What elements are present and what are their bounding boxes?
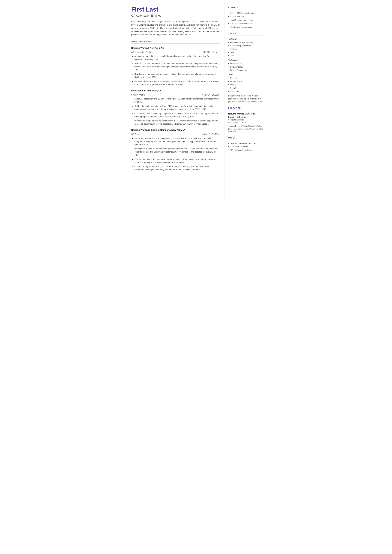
list-item: github.com/resumeworded — [228, 26, 264, 28]
promo-prefix: Don't forget to use — [228, 95, 244, 97]
list-item: Mentored 14 team members on automation f… — [131, 62, 220, 71]
skills-technical-list: Atlassian Suite (Advanced) Confluence (E… — [228, 41, 264, 57]
list-item: Conducted regression testing on 10 new f… — [131, 165, 220, 171]
skills-tools-label: Tools: — [228, 73, 264, 76]
education-section: EDUCATION Resume Worded University Bache… — [228, 107, 264, 133]
edu-awards: Awards: Resume Worded Teaching Fellow (o… — [228, 125, 264, 133]
list-item: Cucumber — [228, 90, 264, 93]
list-item: API Testing with Postman. — [228, 149, 264, 151]
list-item: Developed an automation framework in Pyt… — [131, 72, 220, 79]
list-item: Ensured that over 3.1K tests were perfor… — [131, 158, 220, 164]
list-item: Confluence (Experienced) — [228, 44, 264, 47]
other-list: Selenium WebDriver Certification. Cucumb… — [228, 142, 264, 151]
job-3-header: Resume Worded's Exciting Company, New Yo… — [131, 128, 220, 136]
skills-tools-list: TestLink ISO/TS 16949 AutoCAD TestNG Cuc… — [228, 77, 264, 93]
edu-school: Resume Worded University — [228, 112, 264, 115]
list-item: JIRA — [228, 54, 264, 57]
job-2-header: Growthsi, San Francisco, CA System Analy… — [131, 89, 220, 97]
list-item: AutoCAD — [228, 83, 264, 86]
job-1-role: QA Automation Engineer — [131, 51, 154, 54]
list-item: linkedin.com/in/username — [228, 22, 264, 25]
job-3-company: Resume Worded's Exciting Company, New Yo… — [131, 128, 186, 132]
list-item: Cucumber & Gherkin. — [228, 145, 264, 148]
skills-techniques-label: Techniques: — [228, 59, 264, 62]
list-item: TestNG — [228, 87, 264, 90]
list-item: Collaborated with finance, legal, operat… — [131, 112, 220, 118]
job-2-company: Growthsi, San Francisco, CA — [131, 89, 162, 92]
work-experience-section-title: WORK EXPERIENCE — [131, 40, 220, 44]
list-item: Java — [228, 51, 264, 54]
list-item: Jenkins — [228, 48, 264, 50]
skills-section: SKILLS Technical: Atlassian Suite (Advan… — [228, 32, 264, 103]
list-item: email@resumeworded.com — [228, 19, 264, 22]
job-2-role: System Analyst — [131, 93, 145, 97]
other-section: OTHER Selenium WebDriver Certification. … — [228, 136, 264, 151]
candidate-name: First Last — [131, 6, 220, 13]
candidate-title: QA Automation Engineer — [131, 14, 220, 18]
list-item: Helena, MT (Open to Remote) — [228, 12, 264, 15]
edu-field: Computer Science — [228, 119, 264, 121]
list-item: QA Engineering — [228, 66, 264, 68]
list-item: +1-234-456-789 — [228, 15, 264, 18]
education-section-title: EDUCATION — [228, 107, 264, 110]
job-1-dates: 11/2019 – Present — [203, 51, 219, 54]
job-1-bullets: Automated manual testing using Python an… — [131, 55, 220, 86]
list-item: Participated in daily stand-up meetings … — [131, 147, 220, 157]
job-3-bullets: Performed manual and automated testing o… — [131, 137, 220, 171]
job-1-header: Resume Worded, New York, NY QA Automatio… — [131, 46, 220, 54]
promo-text: Don't forget to use Resume Worded to sca… — [228, 94, 264, 103]
list-item: Selenium WebDriver Certification. — [228, 142, 264, 145]
list-item: ISO/TS 16949 — [228, 80, 264, 83]
list-item: Software Testing — [228, 62, 264, 65]
job-3-dates: 08/2012 – 01/2016 — [202, 133, 219, 136]
list-item: Performed manual and automated testing o… — [131, 137, 220, 146]
job-2-dates: 05/2017 – 10/2019 — [202, 93, 219, 97]
skills-technical-label: Technical: — [228, 38, 264, 40]
job-3-role: QA Tester — [131, 133, 140, 136]
edu-degree: Bachelor of Science — [228, 116, 264, 119]
contact-list: Helena, MT (Open to Remote) +1-234-456-7… — [228, 12, 264, 28]
contact-section-title: CONTACT — [228, 6, 264, 10]
edu-date: Boston, MA — 05/2011 — [228, 121, 264, 124]
skills-techniques-list: Software Testing QA Engineering Project … — [228, 62, 264, 72]
list-item: Deployed 4 new features in a core bankin… — [131, 80, 220, 86]
job-2-bullets: Supervised research into 23 new technolo… — [131, 97, 220, 126]
list-item: Supervised research into 23 new technolo… — [131, 97, 220, 104]
list-item: Automated manual testing using Python an… — [131, 55, 220, 61]
list-item: Project Engineering — [228, 69, 264, 72]
promo-link[interactable]: Resume Worded — [244, 95, 259, 97]
other-section-title: OTHER — [228, 136, 264, 140]
job-1-company: Resume Worded, New York, NY — [131, 46, 164, 50]
contact-section: CONTACT Helena, MT (Open to Remote) +1-2… — [228, 6, 264, 28]
list-item: TestLink — [228, 77, 264, 80]
list-item: Provided training on using new software … — [131, 119, 220, 126]
list-item: Guided the implementation of 7 new ERP s… — [131, 105, 220, 111]
list-item: Atlassian Suite (Advanced) — [228, 41, 264, 44]
skills-section-title: SKILLS — [228, 32, 264, 36]
summary-text: Experienced QA automation engineer with … — [131, 20, 220, 36]
